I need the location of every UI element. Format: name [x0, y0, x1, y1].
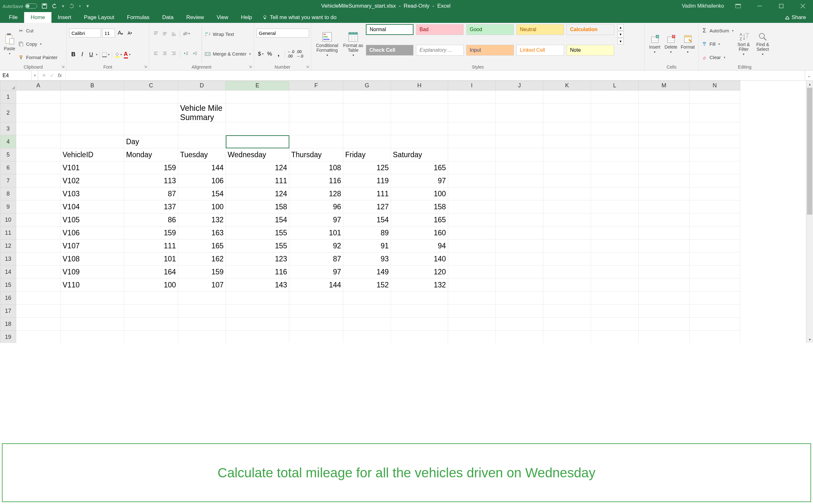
- sort-filter-button[interactable]: AZ Sort & Filter▾: [735, 24, 753, 64]
- row-header[interactable]: 5: [0, 148, 16, 161]
- cell[interactable]: [639, 200, 689, 213]
- cell[interactable]: [689, 161, 740, 174]
- tab-pagelayout[interactable]: Page Layout: [77, 12, 120, 23]
- cell[interactable]: [61, 292, 124, 305]
- row-header[interactable]: 8: [0, 187, 16, 200]
- cell[interactable]: [689, 226, 740, 239]
- insert-cells-button[interactable]: + Insert▾: [647, 24, 662, 64]
- align-bottom-icon[interactable]: [170, 29, 178, 37]
- cell[interactable]: [61, 318, 124, 331]
- cell[interactable]: V104: [61, 200, 124, 213]
- cell[interactable]: [178, 305, 226, 318]
- column-header[interactable]: K: [543, 81, 591, 91]
- cell[interactable]: 87: [289, 252, 343, 265]
- cell[interactable]: 159: [124, 226, 178, 239]
- cell[interactable]: [448, 200, 496, 213]
- cell[interactable]: [639, 148, 689, 161]
- cell[interactable]: [689, 279, 740, 292]
- cell[interactable]: 94: [391, 239, 448, 252]
- cell[interactable]: [591, 104, 639, 122]
- cell[interactable]: V105: [61, 213, 124, 226]
- cell[interactable]: [591, 318, 639, 331]
- cell[interactable]: [591, 265, 639, 279]
- cell[interactable]: 116: [226, 265, 289, 279]
- cell[interactable]: Monday: [124, 148, 178, 161]
- cell[interactable]: [543, 91, 591, 104]
- cell[interactable]: [16, 292, 61, 305]
- cell[interactable]: [689, 187, 740, 200]
- row-header[interactable]: 15: [0, 279, 16, 292]
- style-explanatory[interactable]: Explanatory ...: [416, 45, 464, 56]
- cell[interactable]: [543, 174, 591, 187]
- cell[interactable]: [226, 122, 289, 135]
- cell[interactable]: 107: [178, 279, 226, 292]
- cell[interactable]: [639, 174, 689, 187]
- cell[interactable]: 132: [178, 213, 226, 226]
- tab-file[interactable]: File: [3, 12, 24, 23]
- cell[interactable]: 89: [343, 226, 391, 239]
- column-header[interactable]: B: [61, 81, 124, 91]
- cell[interactable]: [496, 148, 543, 161]
- scroll-up-button[interactable]: ▴: [806, 81, 813, 88]
- scroll-down-button[interactable]: ▾: [806, 336, 813, 343]
- cell[interactable]: [496, 265, 543, 279]
- cell[interactable]: [689, 104, 740, 122]
- cell[interactable]: [16, 239, 61, 252]
- align-center-icon[interactable]: [161, 49, 169, 57]
- font-launcher[interactable]: ⇲: [143, 64, 148, 69]
- cell[interactable]: [16, 135, 61, 148]
- format-painter-button[interactable]: Format Painter: [18, 52, 57, 62]
- cell[interactable]: 165: [391, 213, 448, 226]
- cell[interactable]: [448, 148, 496, 161]
- row-header[interactable]: 2: [0, 104, 16, 122]
- cell[interactable]: 124: [226, 161, 289, 174]
- column-header[interactable]: H: [391, 81, 448, 91]
- cell[interactable]: [226, 292, 289, 305]
- cell[interactable]: 128: [289, 187, 343, 200]
- cell[interactable]: [689, 91, 740, 104]
- cell[interactable]: [178, 135, 226, 148]
- cell[interactable]: [543, 213, 591, 226]
- cell[interactable]: 111: [343, 187, 391, 200]
- comma-format-icon[interactable]: ,: [274, 50, 283, 58]
- cell[interactable]: [591, 226, 639, 239]
- cell[interactable]: [124, 122, 178, 135]
- cell[interactable]: [448, 187, 496, 200]
- cell[interactable]: 100: [391, 187, 448, 200]
- cell[interactable]: [639, 187, 689, 200]
- cell[interactable]: [391, 91, 448, 104]
- font-color-button[interactable]: A: [123, 50, 131, 59]
- cell[interactable]: 159: [178, 265, 226, 279]
- cell[interactable]: [343, 104, 391, 122]
- style-linked-cell[interactable]: Linked Cell: [516, 45, 564, 56]
- cell[interactable]: [16, 213, 61, 226]
- style-neutral[interactable]: Neutral: [516, 24, 564, 35]
- cell[interactable]: [178, 122, 226, 135]
- cell[interactable]: [16, 305, 61, 318]
- style-input[interactable]: Input: [466, 45, 514, 56]
- cell[interactable]: [391, 331, 448, 343]
- cell[interactable]: [16, 279, 61, 292]
- cell[interactable]: 97: [289, 265, 343, 279]
- cell[interactable]: [391, 122, 448, 135]
- cell[interactable]: 162: [178, 252, 226, 265]
- column-header[interactable]: M: [639, 81, 689, 91]
- number-format-select[interactable]: [257, 29, 309, 37]
- share-button[interactable]: Share: [785, 12, 806, 23]
- tell-me-search[interactable]: Tell me what you want to do: [259, 12, 337, 23]
- cell[interactable]: 97: [391, 174, 448, 187]
- cell[interactable]: [16, 91, 61, 104]
- tab-insert[interactable]: Insert: [51, 12, 78, 23]
- cell[interactable]: 158: [391, 200, 448, 213]
- wrap-text-button[interactable]: abcWrap Text: [205, 29, 251, 39]
- cell[interactable]: [639, 213, 689, 226]
- cell[interactable]: [496, 122, 543, 135]
- scroll-thumb[interactable]: [807, 88, 812, 215]
- font-name-select[interactable]: [69, 29, 101, 37]
- copy-button[interactable]: Copy: [18, 39, 57, 49]
- tab-data[interactable]: Data: [156, 12, 180, 23]
- cell[interactable]: Wednesday: [226, 148, 289, 161]
- cell[interactable]: [289, 104, 343, 122]
- cell[interactable]: V109: [61, 265, 124, 279]
- alignment-launcher[interactable]: ⇲: [248, 64, 252, 69]
